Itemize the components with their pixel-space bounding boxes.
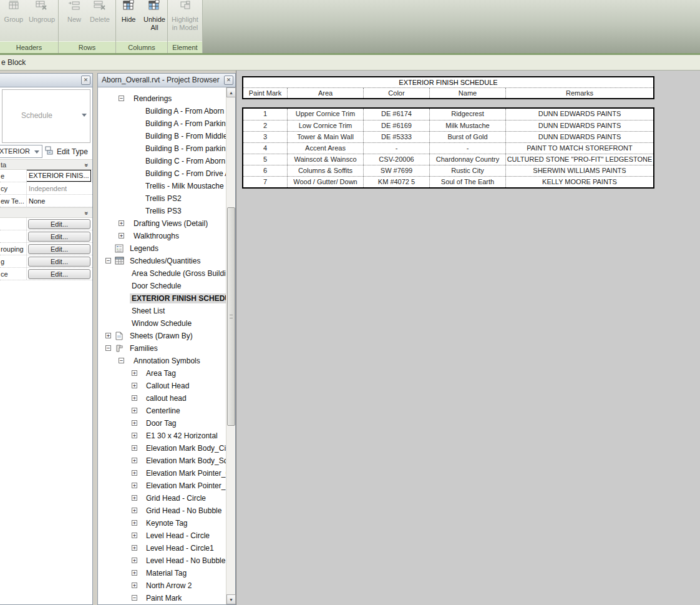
cell-r7c2[interactable]: Wood / Gutter/ Down xyxy=(287,177,363,187)
tree-item-label[interactable]: Grid Head - Circle xyxy=(144,493,208,503)
tree-item-building-a-from-aborn[interactable]: Building A - From Aborn xyxy=(99,105,226,117)
cell-r1c1[interactable]: 1 xyxy=(243,109,287,120)
tree-item-walkthroughs[interactable]: +Walkthroughs xyxy=(99,230,226,242)
tree-item-label[interactable]: Elevation Mark Body_Squ xyxy=(144,456,226,466)
tree-item-drafting-views-detail[interactable]: +Drafting Views (Detail) xyxy=(99,217,226,230)
cell-r4c4[interactable]: - xyxy=(429,143,505,154)
cell-r6c3[interactable]: SW #7699 xyxy=(363,165,429,176)
tree-item-area-tag[interactable]: +Area Tag xyxy=(99,367,226,380)
cell-r7c3[interactable]: KM #4072 5 xyxy=(363,177,429,187)
tree-item-level-head-circle[interactable]: +Level Head - Circle xyxy=(99,529,226,542)
edit-button[interactable]: Edit... xyxy=(28,232,90,242)
tree-item-label[interactable]: Area Tag xyxy=(144,368,178,378)
tree-item-label[interactable]: Callout Head xyxy=(144,381,191,391)
tree-item-label[interactable]: Door Tag xyxy=(144,418,178,428)
cell-r5c2[interactable]: Wainscot & Wainsco xyxy=(287,154,363,165)
cell-r2c1[interactable]: 2 xyxy=(243,121,287,131)
tree-item-label[interactable]: Door Schedule xyxy=(130,281,183,291)
tree-item-trellis-ps2[interactable]: Trellis PS2 xyxy=(99,192,226,205)
tree-item-label[interactable]: Building A - From Aborn xyxy=(143,106,226,116)
schedule-title[interactable]: EXTERIOR FINISH SCHEDULE xyxy=(243,77,653,87)
edit-button[interactable]: Edit... xyxy=(28,219,90,229)
property-section-header[interactable]: » xyxy=(0,207,92,218)
tree-item-label[interactable]: Area Schedule (Gross Buildin xyxy=(130,268,226,278)
tree-item-label[interactable]: Trellis - Milk Moustache xyxy=(143,181,226,191)
tree-item-building-c-from-drive-a[interactable]: Building C - From Drive A xyxy=(99,167,226,180)
close-icon[interactable]: ✕ xyxy=(81,76,90,85)
tree-item-elevation-mark-pointer-s[interactable]: +Elevation Mark Pointer_S xyxy=(99,480,226,492)
tree-item-label[interactable]: Grid Head - No Bubble xyxy=(144,506,223,516)
cell-r3c2[interactable]: Tower & Main Wall xyxy=(287,132,363,142)
tree-item-label[interactable]: Elevation Mark Pointer_S xyxy=(144,481,226,491)
chevron-up-icon[interactable]: » xyxy=(84,164,90,167)
expand-icon[interactable]: + xyxy=(132,470,137,476)
cell-r4c5[interactable]: PAINT TO MATCH STOREFRONT xyxy=(505,143,653,154)
expand-icon[interactable]: + xyxy=(132,433,137,438)
cell-r2c3[interactable]: DE #6169 xyxy=(363,121,429,131)
tree-item-label[interactable]: E1 30 x 42 Horizontal xyxy=(144,431,220,441)
tree-item-label[interactable]: Window Schedule xyxy=(130,318,193,328)
ribbon-button-hide[interactable]: Hide xyxy=(117,0,140,24)
tree-item-grid-head-no-bubble[interactable]: +Grid Head - No Bubble xyxy=(99,504,226,517)
tree-item-elevation-mark-body-squ[interactable]: +Elevation Mark Body_Squ xyxy=(99,455,226,467)
tree-item-callout-head[interactable]: +callout head xyxy=(99,392,226,405)
tree-item-label[interactable]: EXTERIOR FINISH SCHEDU xyxy=(130,293,226,303)
tree-item-label[interactable]: Elevation Mark Pointer_C xyxy=(144,468,226,478)
tree-item-schedules-quantities[interactable]: −Schedules/Quantities xyxy=(99,255,226,267)
cell-r2c4[interactable]: Milk Mustache xyxy=(429,121,505,131)
cell-r6c2[interactable]: Columns & Soffits xyxy=(287,165,363,176)
expand-icon[interactable]: + xyxy=(132,370,137,376)
tree-item-label[interactable]: Level Head - Circle xyxy=(144,531,211,541)
project-browser-titlebar[interactable]: Aborn_Overall.rvt - Project Browser ✕ xyxy=(98,74,235,87)
column-header-area[interactable]: Area xyxy=(287,88,363,98)
expand-icon[interactable]: + xyxy=(132,408,137,413)
column-header-remarks[interactable]: Remarks xyxy=(505,88,653,98)
tree-item-sheet-list[interactable]: Sheet List xyxy=(99,305,226,317)
tree-item-callout-head[interactable]: +Callout Head xyxy=(99,380,226,392)
tree-item-level-head-circle1[interactable]: +Level Head - Circle1 xyxy=(99,542,226,554)
expand-icon[interactable]: + xyxy=(132,445,137,451)
cell-r6c4[interactable]: Rustic City xyxy=(429,165,505,176)
tree-item-door-tag[interactable]: +Door Tag xyxy=(99,417,226,430)
tree-item-legends[interactable]: Legends xyxy=(99,242,226,255)
scrollbar-track[interactable]: ▲ ▼ xyxy=(226,87,235,604)
cell-r3c3[interactable]: DE #5333 xyxy=(363,132,429,142)
cell-r1c2[interactable]: Upper Cornice Trim xyxy=(287,109,363,120)
expand-icon[interactable]: + xyxy=(132,483,137,488)
edit-button[interactable]: Edit... xyxy=(28,244,90,254)
tree-item-area-schedule-gross-buildin[interactable]: Area Schedule (Gross Buildin xyxy=(99,267,226,280)
tree-item-building-c-from-aborn[interactable]: Building C - From Aborn xyxy=(99,155,226,167)
cell-r5c5[interactable]: CULTURED STONE "PRO-FIT" LEDGESTONE xyxy=(505,154,653,165)
ribbon-button-unhide-all[interactable]: UnhideAll xyxy=(142,0,167,32)
tree-item-label[interactable]: Legends xyxy=(128,243,160,253)
expand-icon[interactable]: + xyxy=(132,495,137,501)
scrollbar-down-button[interactable]: ▼ xyxy=(226,594,236,604)
column-header-color[interactable]: Color xyxy=(363,88,429,98)
tree-item-trellis-ps3[interactable]: Trellis PS3 xyxy=(99,205,226,217)
tree-item-keynote-tag[interactable]: +Keynote Tag xyxy=(99,517,226,529)
scrollbar-thumb[interactable] xyxy=(227,207,235,426)
tree-item-elevation-mark-pointer-c[interactable]: +Elevation Mark Pointer_C xyxy=(99,467,226,480)
cell-r5c3[interactable]: CSV-20006 xyxy=(363,154,429,165)
cell-r1c3[interactable]: DE #6174 xyxy=(363,109,429,120)
tree-item-label[interactable]: Material Tag xyxy=(144,568,188,578)
tree-item-label[interactable]: Sheets (Drawn By) xyxy=(128,331,195,341)
property-section-header[interactable]: ta» xyxy=(0,159,92,170)
tree-item-label[interactable]: Sheet List xyxy=(130,306,167,316)
tree-item-building-a-from-parkin[interactable]: Building A - From Parkin xyxy=(99,117,226,130)
expand-icon[interactable]: + xyxy=(119,220,124,226)
tree-item-label[interactable]: Schedules/Quantities xyxy=(128,256,202,266)
expand-icon[interactable]: + xyxy=(132,395,137,401)
collapse-icon[interactable]: − xyxy=(105,345,111,351)
tree-item-window-schedule[interactable]: Window Schedule xyxy=(99,317,226,330)
expand-icon[interactable]: + xyxy=(119,233,124,239)
type-selector[interactable]: Schedule xyxy=(2,89,90,143)
tree-item-building-b-from-middle[interactable]: Building B - From Middle xyxy=(99,130,226,142)
expand-icon[interactable]: + xyxy=(132,508,137,513)
cell-r4c3[interactable]: - xyxy=(363,143,429,154)
expand-icon[interactable]: + xyxy=(132,570,137,576)
expand-icon[interactable]: + xyxy=(105,333,111,338)
tree-item-level-head-no-bubble[interactable]: +Level Head - No Bubble xyxy=(99,554,226,567)
tree-item-centerline[interactable]: +Centerline xyxy=(99,405,226,417)
property-value-editor[interactable]: EXTERIOR FINIS... xyxy=(27,170,91,182)
